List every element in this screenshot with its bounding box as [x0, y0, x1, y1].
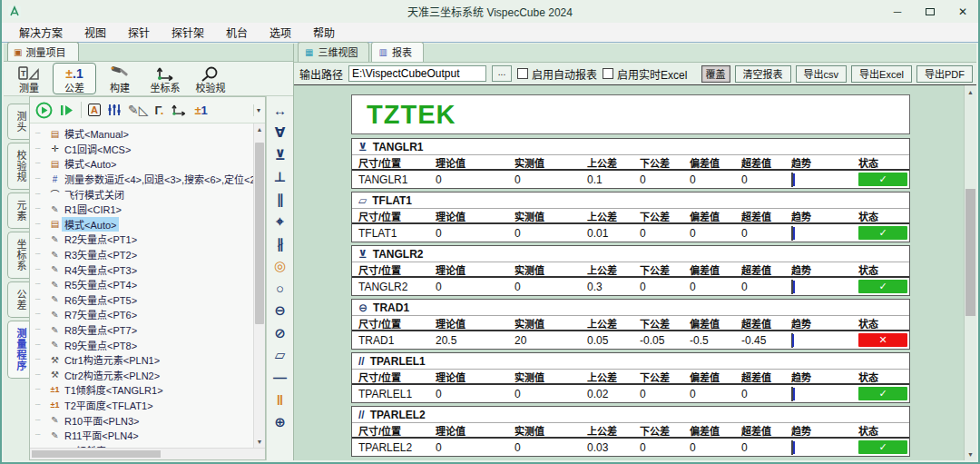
report-vertical-scrollbar[interactable]: ▲ ▼ [964, 85, 976, 460]
tree-toolbar-run-button[interactable] [35, 100, 53, 120]
angle-tolerance-icon[interactable]: ∀ [270, 123, 291, 143]
tree-horizontal-scrollbar[interactable] [30, 448, 265, 459]
column-header: 上公差 [587, 209, 640, 223]
tree-item-15[interactable]: ┈⚒Ctr1构造元素<PLN1> [35, 352, 253, 368]
button-导出csv[interactable]: 导出csv [796, 65, 848, 83]
menu-item-4[interactable]: 机台 [216, 23, 258, 42]
output-path-input[interactable] [348, 65, 486, 82]
column-header: 趋势 [791, 370, 858, 384]
angularity-tolerance-icon[interactable]: ⊻ [270, 144, 291, 165]
tab-view3d[interactable]: ▦三维视图 [298, 42, 369, 62]
flatness-tolerance-icon[interactable]: ▱ [270, 345, 291, 366]
title-bar: 天准三坐标系统 VispecCube 2024 ─ ✕ [2, 0, 978, 23]
tree-item-6[interactable]: ┈▤模式<Auto> [35, 217, 253, 232]
tree-toolbar-params-button[interactable] [107, 100, 122, 120]
side-tab-4[interactable]: 公差 [7, 281, 29, 318]
cell-value: 0 [514, 173, 587, 186]
report-tab-icon: ▥ [378, 47, 387, 57]
tree-item-12[interactable]: ┈✎R7矢量点<PT6> [35, 307, 253, 322]
side-tab-0[interactable]: 测头 [7, 104, 29, 140]
ribbon-build-button[interactable]: 构建 [98, 63, 142, 94]
tree-item-9[interactable]: ┈✎R4矢量点<PT3> [35, 262, 253, 277]
side-tab-5[interactable]: 测量程序 [7, 321, 29, 379]
menu-item-6[interactable]: 帮助 [303, 23, 345, 42]
tab-measure-project[interactable]: ▣ 测量项目 [7, 42, 79, 61]
tree-item-16[interactable]: ┈⚒Ctr2构造元素<PLN2> [35, 368, 253, 383]
radius-tolerance-icon[interactable]: ⊘ [270, 322, 291, 343]
column-header: 偏差值 [690, 155, 741, 170]
tree-item-11[interactable]: ┈✎R6矢量点<PT5> [35, 292, 253, 308]
tree-toolbar-corner-button[interactable]: Γ. [154, 100, 163, 120]
tree-item-3[interactable]: ┈#测量参数逼近<4>,回退<3>,搜索<6>,定位<2: [35, 172, 253, 187]
button-导出PDF[interactable]: 导出PDF [916, 65, 973, 83]
toolbar-overflow-button[interactable]: ▾ [253, 104, 263, 116]
menu-item-5[interactable]: 选项 [260, 23, 301, 42]
cell-value: TFLAT1 [358, 227, 436, 240]
tree-item-4[interactable]: ┈⌒飞行模式关闭 [35, 186, 253, 202]
browse-button[interactable]: ... [492, 65, 512, 82]
position-tolerance-icon[interactable]: ⌖ [270, 212, 291, 232]
point-profile-tolerance-icon[interactable]: ∦ [270, 233, 291, 254]
tree-toolbar-auto-button[interactable]: A [88, 100, 101, 120]
ribbon-tolerance-button[interactable]: ±.1公差 [53, 63, 96, 94]
tree-toolbar-step-button[interactable] [59, 100, 74, 120]
tree-vertical-scrollbar[interactable]: ▲ ▼ [253, 123, 265, 448]
svg-text:T: T [21, 69, 26, 78]
side-tab-2[interactable]: 元素 [7, 193, 29, 229]
tree-toolbar-coordinate-button[interactable] [170, 100, 188, 120]
menu-bar: 解决方案视图探针探针架机台选项帮助 [2, 23, 978, 43]
ribbon-coordinate-button[interactable]: 坐标系 [143, 63, 187, 94]
button-导出Excel[interactable]: 导出Excel [851, 65, 912, 83]
tree-item-17[interactable]: ┈±1T1倾斜度<TANGLR1> [35, 382, 253, 398]
menu-item-0[interactable]: 解决方案 [9, 23, 73, 42]
total-runout-tolerance-icon[interactable]: ⊕ [270, 411, 291, 432]
straightness-tolerance-icon[interactable]: — [270, 367, 291, 388]
tree-item-8[interactable]: ┈✎R3矢量点<PT2> [35, 247, 253, 262]
tree-item-18[interactable]: ┈±1T2平面度<TFLAT1> [35, 398, 253, 413]
report-scroll-down-icon[interactable]: ▼ [967, 448, 974, 460]
realtime-excel-checkbox[interactable] [603, 68, 613, 79]
report-scroll-thumb[interactable] [965, 189, 975, 316]
ribbon-measure-button[interactable]: T测量 [7, 63, 51, 94]
tab-report[interactable]: ▥报表 [371, 42, 423, 62]
side-tab-1[interactable]: 校验规 [7, 143, 29, 190]
scroll-up-icon[interactable]: ▲ [254, 123, 265, 135]
cell-value: TPARLEL2 [358, 441, 436, 454]
coordinate-icon [154, 64, 176, 83]
close-button[interactable]: ✕ [953, 5, 973, 19]
tree-hscroll-thumb[interactable] [32, 450, 161, 458]
ribbon-gauge-button[interactable]: 校验规 [189, 63, 232, 94]
cell-value: 0 [640, 441, 690, 454]
button-覆盖[interactable]: 覆盖 [701, 65, 730, 83]
report-scroll-up-icon[interactable]: ▲ [967, 85, 974, 98]
tree-item-0[interactable]: ┈▤模式<Manual> [35, 126, 253, 142]
cylindricity-tolerance-icon[interactable]: ⊖ [270, 301, 291, 321]
tree-item-19[interactable]: ┈✎R10平面<PLN3> [35, 412, 253, 428]
button-清空报表[interactable]: 清空报表 [735, 65, 791, 83]
tree-item-7[interactable]: ┈✎R2矢量点<PT1> [35, 232, 253, 247]
tree-item-20[interactable]: ┈✎R11平面<PLN4> [35, 428, 253, 443]
symmetry-tolerance-icon[interactable]: ‖ [270, 390, 291, 410]
menu-item-3[interactable]: 探针架 [162, 23, 214, 42]
maximize-button[interactable] [920, 5, 940, 19]
tree-item-14[interactable]: ┈✎R9矢量点<PT8> [35, 337, 253, 352]
side-tab-3[interactable]: 坐标系 [7, 232, 29, 279]
tree-item-13[interactable]: ┈✎R8矢量点<PT7> [35, 322, 253, 338]
tree-toolbar-tolerance-button[interactable]: ±1 [194, 100, 207, 120]
scroll-down-icon[interactable]: ▼ [254, 436, 265, 448]
tree-toolbar-edit-button[interactable]: ✎◺ [128, 100, 149, 120]
menu-item-1[interactable]: 视图 [74, 23, 116, 42]
perpendicularity-tolerance-icon[interactable]: ⊥ [270, 167, 291, 188]
tree-item-1[interactable]: ┈✛C1回调<MCS> [35, 142, 253, 157]
tree-item-5[interactable]: ┈✎R1圆<CIR1> [35, 202, 253, 217]
concentricity-tolerance-icon[interactable]: ◎ [270, 256, 291, 277]
tree-scroll-thumb[interactable] [255, 143, 264, 324]
auto-report-checkbox[interactable] [517, 68, 528, 79]
circularity-tolerance-icon[interactable]: ○ [270, 278, 291, 299]
tree-item-2[interactable]: ┈▤模式<Auto> [35, 156, 253, 172]
minimize-button[interactable]: ─ [887, 5, 907, 19]
distance-tolerance-icon[interactable]: ↔ [270, 100, 291, 121]
menu-item-2[interactable]: 探针 [118, 23, 160, 42]
parallelism-tolerance-icon[interactable]: ∥ [270, 189, 291, 210]
tree-item-10[interactable]: ┈✎R5矢量点<PT4> [35, 277, 253, 292]
